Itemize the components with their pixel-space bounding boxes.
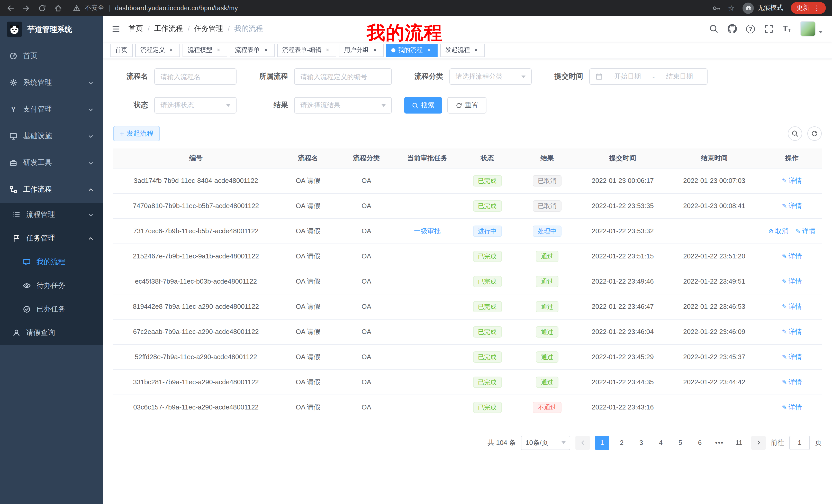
page-button-5[interactable]: 5 — [673, 436, 687, 450]
sidebar-item-home[interactable]: 首页 — [0, 43, 103, 69]
page-button-11[interactable]: 11 — [732, 436, 746, 450]
header-search-icon[interactable] — [709, 24, 718, 33]
breadcrumb-current: 我的流程 — [234, 24, 263, 33]
category-select[interactable]: 请选择流程分类 — [449, 68, 532, 85]
page-button-4[interactable]: 4 — [654, 436, 668, 450]
col-actions: 操作 — [762, 148, 822, 168]
tab-process-form-edit[interactable]: 流程表单-编辑× — [277, 44, 336, 57]
detail-link[interactable]: ✎详情 — [796, 226, 815, 235]
result-select[interactable]: 请选择流结果 — [294, 97, 392, 114]
cell-submit-time: 2022-01-22 23:43:16 — [579, 395, 667, 420]
cell-current-task — [395, 244, 459, 269]
tab-process-form[interactable]: 流程表单× — [230, 44, 275, 57]
process-name-input[interactable] — [154, 68, 237, 85]
sidebar-item-workflow[interactable]: 工作流程 — [0, 176, 103, 203]
sidebar-item-task-management[interactable]: 任务管理 — [0, 227, 103, 250]
detail-link[interactable]: ✎详情 — [782, 201, 802, 211]
reset-button[interactable]: 重置 — [447, 97, 487, 114]
page-button-3[interactable]: 3 — [634, 436, 648, 450]
menu-label: 基础设施 — [23, 132, 52, 141]
current-task-link[interactable]: 一级审批 — [414, 227, 441, 234]
cancel-link[interactable]: ⊘取消 — [768, 226, 788, 235]
page-more-button[interactable]: ••• — [712, 436, 727, 450]
goto-page-input[interactable] — [789, 436, 810, 450]
browser-home-icon[interactable] — [54, 4, 62, 12]
sidebar-item-process-management[interactable]: 流程管理 — [0, 203, 103, 227]
sidebar-item-done-tasks[interactable]: 已办任务 — [0, 298, 103, 321]
bookmark-star-icon[interactable]: ☆ — [728, 4, 735, 12]
sidebar-item-payment[interactable]: ¥ 支付管理 — [0, 96, 103, 123]
close-icon[interactable]: × — [473, 47, 480, 54]
close-icon[interactable]: × — [262, 47, 269, 54]
github-icon[interactable] — [728, 24, 737, 33]
address-bar[interactable]: 不安全 | dashboard.yudao.iocoder.cn/bpm/tas… — [73, 4, 238, 12]
detail-link[interactable]: ✎详情 — [782, 176, 802, 185]
refresh-icon — [811, 130, 818, 137]
cell-submit-time: 2022-01-22 23:53:32 — [579, 218, 667, 244]
toggle-search-button[interactable] — [788, 127, 802, 141]
next-page-button[interactable] — [751, 436, 766, 450]
detail-link[interactable]: ✎详情 — [782, 377, 802, 387]
cell-category: OA — [337, 395, 395, 420]
tab-start-process[interactable]: 发起流程× — [440, 44, 485, 57]
prev-page-button[interactable] — [575, 436, 590, 450]
end-date-placeholder: 结束日期 — [658, 72, 701, 81]
key-icon[interactable] — [712, 4, 720, 12]
detail-link[interactable]: ✎详情 — [782, 352, 802, 361]
table-refresh-button[interactable] — [807, 127, 822, 141]
cell-actions: ⊘取消 ✎详情 — [762, 218, 822, 244]
process-definition-input[interactable] — [294, 68, 392, 85]
annotation-text: 我的流程 — [367, 21, 443, 46]
sidebar-item-leave-query[interactable]: 请假查询 — [0, 321, 103, 345]
close-icon[interactable]: × — [167, 47, 175, 54]
goto-label: 前往 — [771, 438, 784, 447]
update-button[interactable]: 更新 ⋮ — [791, 2, 826, 14]
browser-menu-icon[interactable]: ⋮ — [813, 5, 820, 11]
filter-label-submit-time: 提交时间 — [544, 72, 583, 81]
tab-process-model[interactable]: 流程模型× — [183, 44, 227, 57]
detail-link[interactable]: ✎详情 — [782, 402, 802, 412]
create-process-button[interactable]: + 发起流程 — [113, 126, 160, 141]
breadcrumb-workflow[interactable]: 工作流程 — [154, 24, 183, 33]
breadcrumb-task-management[interactable]: 任务管理 — [194, 24, 223, 33]
sidebar-item-todo-tasks[interactable]: 待办任务 — [0, 274, 103, 298]
fullscreen-icon[interactable] — [764, 24, 773, 33]
font-size-icon[interactable]: TT — [783, 24, 791, 33]
close-icon[interactable]: × — [215, 47, 222, 54]
user-menu[interactable] — [800, 21, 823, 36]
close-icon[interactable]: × — [371, 47, 379, 54]
search-button[interactable]: 搜索 — [404, 97, 442, 114]
status-tag: 已完成 — [473, 200, 502, 212]
sidebar-item-devtools[interactable]: 研发工具 — [0, 149, 103, 176]
filter-row-2: 状态 请选择状态 结果 请选择流结果 搜索 — [113, 97, 822, 114]
page-button-6[interactable]: 6 — [693, 436, 707, 450]
submit-time-range[interactable]: 开始日期 - 结束日期 — [589, 68, 707, 85]
close-icon[interactable]: × — [324, 47, 331, 54]
cell-status: 已完成 — [459, 294, 515, 319]
cell-status: 已完成 — [459, 168, 515, 193]
browser-forward-icon[interactable] — [22, 4, 30, 12]
sidebar-item-infrastructure[interactable]: 基础设施 — [0, 123, 103, 149]
page-size-select[interactable]: 10条/页 — [521, 436, 570, 450]
sidebar-toggle-button[interactable] — [103, 16, 129, 41]
sidebar-item-my-process[interactable]: 我的流程 — [0, 250, 103, 274]
table-tool-icons — [788, 127, 822, 141]
page-button-2[interactable]: 2 — [615, 436, 629, 450]
cell-current-task — [395, 269, 459, 294]
browser-reload-icon[interactable] — [38, 4, 46, 12]
close-icon[interactable]: × — [425, 47, 433, 54]
browser-back-icon[interactable] — [6, 4, 15, 12]
detail-link[interactable]: ✎详情 — [782, 277, 802, 286]
breadcrumb-home[interactable]: 首页 — [129, 24, 143, 33]
detail-link[interactable]: ✎详情 — [782, 251, 802, 261]
sidebar-item-system[interactable]: 系统管理 — [0, 69, 103, 96]
tab-process-definition[interactable]: 流程定义× — [135, 44, 180, 57]
navbar: 首页 / 工作流程 / 任务管理 / 我的流程 ? TT — [103, 16, 832, 41]
page-button-1[interactable]: 1 — [595, 436, 609, 450]
tab-home[interactable]: 首页 — [110, 44, 133, 57]
status-select[interactable]: 请选择状态 — [154, 97, 237, 114]
app-logo[interactable]: 芋道管理系统 — [0, 16, 103, 43]
help-icon[interactable]: ? — [746, 24, 755, 33]
detail-link[interactable]: ✎详情 — [782, 302, 802, 311]
detail-link[interactable]: ✎详情 — [782, 327, 802, 336]
